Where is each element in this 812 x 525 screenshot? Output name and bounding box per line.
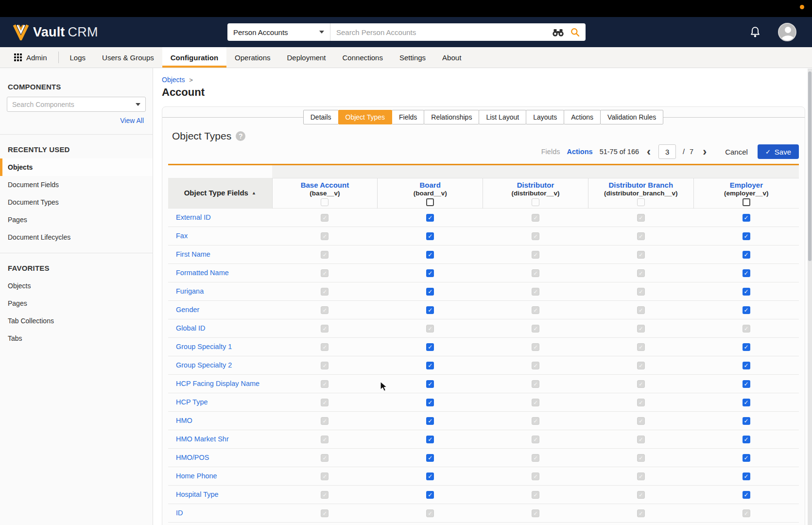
- user-avatar[interactable]: [778, 23, 796, 41]
- checkbox-employer-hmo[interactable]: [743, 417, 750, 425]
- favorite-item-tab-collections[interactable]: Tab Collections: [0, 312, 153, 330]
- page-number-input[interactable]: [658, 144, 676, 159]
- view-all-link[interactable]: View All: [9, 117, 144, 124]
- checkbox-employer-home-phone[interactable]: [743, 472, 750, 480]
- sidebar-item-pages[interactable]: Pages: [0, 211, 153, 228]
- object-type-link-distributor[interactable]: Distributor: [483, 181, 588, 189]
- field-link-first-name[interactable]: First Name: [176, 250, 210, 258]
- advanced-search-binoculars-icon[interactable]: [552, 28, 565, 37]
- checkbox-employer-hcp-type[interactable]: [743, 399, 750, 406]
- search-scope-select[interactable]: Person Accounts: [227, 23, 330, 41]
- checkbox-board-fax[interactable]: [426, 232, 434, 240]
- field-link-hospital-type[interactable]: Hospital Type: [176, 490, 219, 498]
- checkbox-board-first-name[interactable]: [426, 251, 434, 259]
- favorite-item-tabs[interactable]: Tabs: [0, 330, 153, 347]
- components-search-select[interactable]: Search Components: [7, 97, 146, 112]
- tab-layouts[interactable]: Layouts: [526, 110, 564, 124]
- checkbox-employer-gender[interactable]: [743, 306, 750, 314]
- checkbox-board-group-specialty-2[interactable]: [426, 362, 434, 369]
- scrollbar-thumb[interactable]: [808, 71, 812, 261]
- checkbox-board-formatted-name[interactable]: [426, 269, 434, 277]
- tab-relationships[interactable]: Relationships: [424, 110, 479, 124]
- checkbox-employer-first-name[interactable]: [743, 251, 750, 259]
- nav-item-about[interactable]: About: [434, 47, 469, 68]
- sidebar-item-document-fields[interactable]: Document Fields: [0, 176, 153, 193]
- breadcrumb-objects-link[interactable]: Objects: [162, 76, 185, 84]
- favorite-item-objects[interactable]: Objects: [0, 277, 153, 295]
- checkbox-board-hcp-facing-display-name[interactable]: [426, 380, 434, 388]
- checkbox-board-hospital-type[interactable]: [426, 491, 434, 499]
- checkbox-board-hmo-pos[interactable]: [426, 454, 434, 462]
- field-link-group-specialty-2[interactable]: Group Specialty 2: [176, 361, 232, 369]
- nav-item-deployment[interactable]: Deployment: [278, 47, 334, 68]
- column-header-object-type-fields[interactable]: Object Type Fields▲: [168, 178, 272, 208]
- nav-item-users-groups[interactable]: Users & Groups: [94, 47, 162, 68]
- tab-fields[interactable]: Fields: [392, 110, 424, 124]
- notifications-bell-icon[interactable]: [749, 26, 761, 38]
- field-link-global-id[interactable]: Global ID: [176, 324, 205, 332]
- select-all-checkbox-board[interactable]: [426, 198, 434, 206]
- checkbox-board-hcp-type[interactable]: [426, 399, 434, 406]
- checkbox-board-hmo[interactable]: [426, 417, 434, 425]
- field-link-home-phone[interactable]: Home Phone: [176, 472, 217, 480]
- sidebar-item-objects[interactable]: Objects: [0, 158, 153, 176]
- checkbox-employer-hcp-facing-display-name[interactable]: [743, 380, 750, 388]
- nav-item-settings[interactable]: Settings: [391, 47, 434, 68]
- tab-list-layout[interactable]: List Layout: [479, 110, 526, 124]
- checkbox-board-home-phone[interactable]: [426, 472, 434, 480]
- checkbox-board-group-specialty-1[interactable]: [426, 343, 434, 351]
- nav-item-connections[interactable]: Connections: [334, 47, 391, 68]
- checkbox-board-external-id[interactable]: [426, 214, 434, 222]
- tab-validation-rules[interactable]: Validation Rules: [600, 110, 663, 124]
- next-page-chevron-icon[interactable]: ›: [702, 145, 708, 158]
- field-link-formatted-name[interactable]: Formatted Name: [176, 269, 229, 277]
- tab-details[interactable]: Details: [303, 110, 339, 124]
- checkbox-employer-formatted-name[interactable]: [743, 269, 750, 277]
- nav-item-operations[interactable]: Operations: [226, 47, 278, 68]
- favorite-item-pages[interactable]: Pages: [0, 295, 153, 312]
- field-link-gender[interactable]: Gender: [176, 306, 199, 314]
- field-link-hmo[interactable]: HMO: [176, 417, 192, 424]
- checkbox-employer-group-specialty-1[interactable]: [743, 343, 750, 351]
- actions-link[interactable]: Actions: [567, 148, 592, 156]
- cancel-button[interactable]: Cancel: [725, 148, 748, 156]
- field-link-hcp-type[interactable]: HCP Type: [176, 398, 208, 406]
- checkbox-employer-external-id[interactable]: [743, 214, 750, 222]
- search-icon[interactable]: [570, 28, 580, 37]
- help-icon[interactable]: ?: [236, 131, 245, 141]
- checkbox-board-gender[interactable]: [426, 306, 434, 314]
- field-link-hmo-pos[interactable]: HMO/POS: [176, 454, 209, 461]
- field-link-hcp-facing-display-name[interactable]: HCP Facing Display Name: [176, 380, 259, 387]
- nav-item-configuration[interactable]: Configuration: [162, 47, 226, 68]
- checkbox-employer-group-specialty-2[interactable]: [743, 362, 750, 369]
- object-type-link-base-account[interactable]: Base Account: [273, 181, 378, 189]
- page-scrollbar[interactable]: [808, 69, 812, 525]
- field-link-id[interactable]: ID: [176, 509, 183, 517]
- object-type-link-employer[interactable]: Employer: [694, 181, 799, 189]
- select-all-checkbox-employer[interactable]: [743, 198, 750, 206]
- field-link-furigana[interactable]: Furigana: [176, 287, 204, 295]
- sidebar-item-document-lifecycles[interactable]: Document Lifecycles: [0, 228, 153, 246]
- field-link-hmo-market-shr[interactable]: HMO Market Shr: [176, 435, 229, 443]
- object-type-link-distributor-branch[interactable]: Distributor Branch: [588, 181, 693, 189]
- nav-item-admin[interactable]: Admin: [6, 47, 55, 68]
- field-link-fax[interactable]: Fax: [176, 232, 188, 240]
- fields-view-link[interactable]: Fields: [541, 148, 560, 156]
- checkbox-board-hmo-market-shr[interactable]: [426, 436, 434, 443]
- sidebar-item-document-types[interactable]: Document Types: [0, 193, 153, 211]
- checkbox-employer-hmo-pos[interactable]: [743, 454, 750, 462]
- nav-item-logs[interactable]: Logs: [62, 47, 94, 68]
- field-link-group-specialty-1[interactable]: Group Specialty 1: [176, 343, 232, 350]
- checkbox-board-furigana[interactable]: [426, 288, 434, 296]
- checkbox-employer-fax[interactable]: [743, 232, 750, 240]
- tab-object-types[interactable]: Object Types: [338, 110, 392, 124]
- object-type-link-board[interactable]: Board: [378, 181, 483, 189]
- tab-actions[interactable]: Actions: [564, 110, 601, 124]
- search-input[interactable]: [336, 28, 546, 36]
- checkbox-employer-furigana[interactable]: [743, 288, 750, 296]
- previous-page-chevron-icon[interactable]: ‹: [646, 145, 652, 158]
- checkbox-employer-hospital-type[interactable]: [743, 491, 750, 499]
- field-link-external-id[interactable]: External ID: [176, 213, 211, 221]
- checkbox-employer-hmo-market-shr[interactable]: [743, 436, 750, 443]
- save-button[interactable]: ✓ Save: [758, 144, 799, 159]
